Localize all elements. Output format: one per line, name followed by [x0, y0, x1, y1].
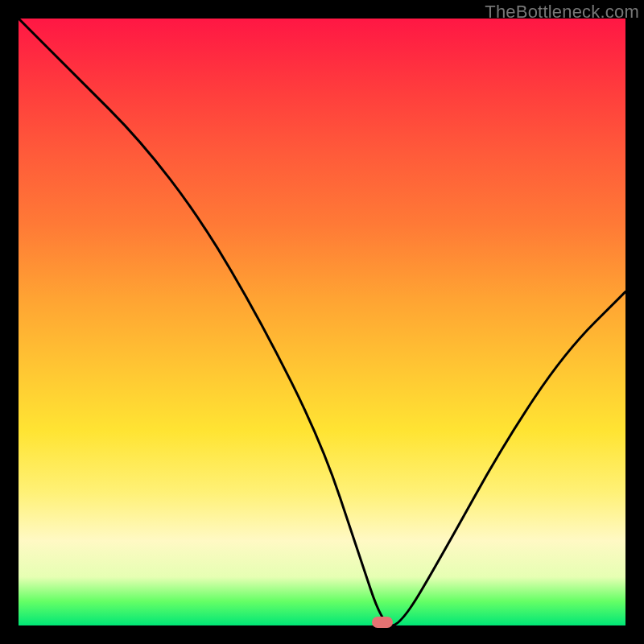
- watermark-text: TheBottleneck.com: [485, 2, 639, 23]
- chart-frame: TheBottleneck.com: [0, 0, 644, 644]
- plot-area: [19, 19, 625, 625]
- optimal-point-marker: [372, 617, 393, 628]
- bottleneck-curve: [19, 19, 625, 625]
